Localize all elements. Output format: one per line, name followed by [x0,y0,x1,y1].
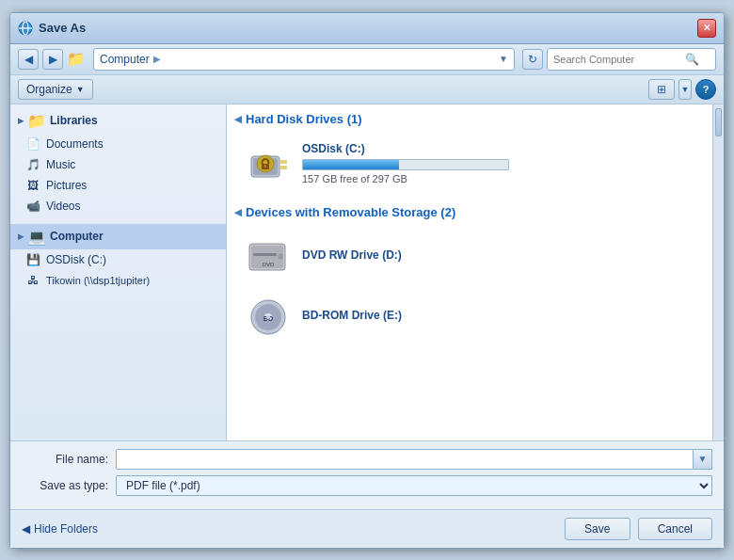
bd-drive-item[interactable]: BD BD-ROM Drive (E:) [234,287,705,347]
file-area: ◀ Hard Disk Drives (1) [227,104,712,440]
bd-drive-info: BD-ROM Drive (E:) [302,309,694,326]
videos-label: Videos [46,200,80,213]
action-buttons: Save Cancel [565,518,712,540]
close-button[interactable]: ✕ [697,19,716,38]
action-area: ◀ Hide Folders Save Cancel [10,509,724,548]
filename-dropdown-arrow[interactable]: ▼ [694,449,712,470]
sidebar-item-pictures[interactable]: 🖼 Pictures [10,175,226,196]
osdisk-label: OSDisk (C:) [46,253,106,266]
filetype-label: Save as type: [22,479,116,492]
removable-section-title: Devices with Removable Storage (2) [246,205,455,219]
back-button[interactable]: ◀ [18,49,39,70]
sidebar-item-music[interactable]: 🎵 Music [10,154,226,175]
libraries-icon: 📁 [27,112,46,130]
filetype-select-wrapper: PDF file (*.pdf) Word Document (*.docx) … [116,475,712,496]
folder-icon: 📁 [67,50,86,68]
main-content: ▶ 📁 Libraries 📄 Documents 🎵 Music 🖼 Pict… [10,104,724,440]
toolbar-right: ⊞ ▼ ? [648,79,716,100]
svg-rect-5 [279,160,287,164]
navigation-bar: ◀ ▶ 📁 Computer ▶ ▼ ↻ 🔍 [10,44,724,75]
bd-drive-name: BD-ROM Drive (E:) [302,309,694,322]
help-button[interactable]: ? [695,79,716,100]
dvd-drive-info: DVD RW Drive (D:) [302,248,694,265]
libraries-label: Libraries [50,114,98,127]
hdd-section-title: Hard Disk Drives (1) [246,112,362,126]
organize-button[interactable]: Organize ▼ [18,79,93,100]
osdisk-drive-icon [246,141,291,186]
hdd-section-header: ◀ Hard Disk Drives (1) [234,112,705,126]
tikowin-icon: 🖧 [25,273,40,288]
dvd-drive-name: DVD RW Drive (D:) [302,248,694,262]
removable-section-arrow: ◀ [234,207,242,217]
save-as-dialog: Save As ✕ ◀ ▶ 📁 Computer ▶ ▼ ↻ 🔍 Organiz… [9,12,725,549]
computer-arrow: ▶ [18,232,24,241]
breadcrumb-dropdown-arrow[interactable]: ▼ [499,54,508,64]
sidebar: ▶ 📁 Libraries 📄 Documents 🎵 Music 🖼 Pict… [10,104,227,440]
filetype-row: Save as type: PDF file (*.pdf) Word Docu… [22,475,712,496]
svg-text:DVD: DVD [263,262,275,267]
filename-input[interactable] [116,449,694,470]
view-icon: ⊞ [657,83,666,96]
hide-folders-arrow: ◀ [22,522,30,536]
search-input[interactable] [553,54,685,65]
removable-section-header: ◀ Devices with Removable Storage (2) [234,205,705,219]
dvd-svg: DVD [247,236,289,278]
music-icon: 🎵 [25,157,40,172]
hdd-section-arrow: ◀ [234,114,242,124]
filename-row: File name: ▼ [22,449,712,470]
documents-label: Documents [46,137,104,151]
breadcrumb-bar[interactable]: Computer ▶ ▼ [93,48,515,71]
filename-label: File name: [22,453,116,466]
breadcrumb-item: Computer [100,53,150,66]
osdisk-size: 157 GB free of 297 GB [302,173,694,184]
breadcrumb-content: Computer ▶ [100,53,161,66]
sidebar-item-tikowin[interactable]: 🖧 Tikowin (\\dsp1tjupiter) [10,270,226,291]
dvd-drive-item[interactable]: DVD DVD RW Drive (D:) [234,227,705,287]
sidebar-item-osdisk[interactable]: 💾 OSDisk (C:) [10,249,226,270]
title-bar-left: Save As [18,21,86,36]
bottom-area: File name: ▼ Save as type: PDF file (*.p… [10,440,724,509]
hdd-svg [247,143,289,184]
scrollbar[interactable] [712,104,724,440]
svg-rect-12 [253,253,277,256]
forward-button[interactable]: ▶ [42,49,63,70]
sidebar-item-videos[interactable]: 📹 Videos [10,196,226,216]
app-icon [18,21,33,36]
videos-icon: 📹 [25,199,40,214]
documents-icon: 📄 [25,136,40,152]
search-icon: 🔍 [685,53,699,66]
save-button[interactable]: Save [565,518,630,540]
view-button[interactable]: ⊞ [648,79,675,100]
osdisk-drive-info: OSDisk (C:) 157 GB free of 297 GB [302,142,694,184]
osdisk-icon: 💾 [25,252,40,267]
search-box[interactable]: 🔍 [547,48,716,71]
organize-arrow: ▼ [76,85,85,94]
bd-drive-icon: BD [246,295,291,340]
hide-folders-label: Hide Folders [34,522,98,536]
svg-rect-13 [279,254,282,259]
view-arrow: ▼ [681,85,690,94]
refresh-button[interactable]: ↻ [522,49,543,70]
sidebar-item-documents[interactable]: 📄 Documents [10,134,226,154]
dialog-title: Save As [39,21,86,35]
svg-point-19 [266,315,270,319]
computer-icon: 💻 [27,228,46,246]
osdisk-bar-fill [303,160,399,169]
file-area-wrapper: ◀ Hard Disk Drives (1) [227,104,724,440]
breadcrumb-separator: ▶ [153,54,161,64]
libraries-arrow: ▶ [18,117,24,125]
bd-svg: BD [247,296,289,338]
view-dropdown-button[interactable]: ▼ [678,79,692,100]
music-label: Music [46,158,75,171]
svg-rect-9 [264,165,266,168]
libraries-group[interactable]: ▶ 📁 Libraries [10,108,226,134]
osdisk-drive-item[interactable]: OSDisk (C:) 157 GB free of 297 GB [234,134,705,194]
cancel-button[interactable]: Cancel [638,518,712,540]
pictures-icon: 🖼 [25,178,40,193]
organize-label: Organize [26,83,72,96]
computer-label: Computer [50,230,104,243]
filetype-select[interactable]: PDF file (*.pdf) Word Document (*.docx) … [116,475,712,496]
computer-group[interactable]: ▶ 💻 Computer [10,224,226,249]
hide-folders-button[interactable]: ◀ Hide Folders [22,522,98,536]
svg-rect-6 [279,166,287,169]
